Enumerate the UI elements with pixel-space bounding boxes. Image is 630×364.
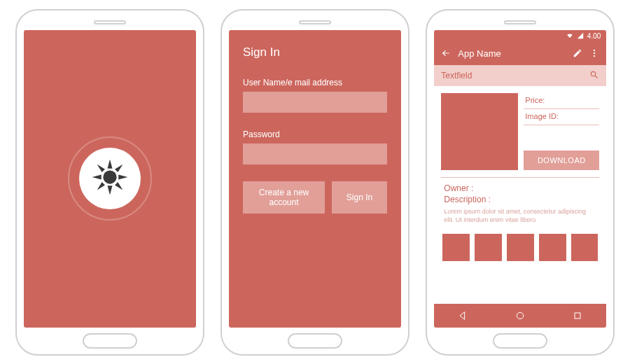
app-bar: App Name — [434, 43, 606, 65]
status-time: 4.00 — [587, 32, 601, 40]
product-image — [441, 93, 518, 170]
username-label: User Name/e mail address — [243, 78, 387, 88]
password-label: Password — [243, 130, 387, 139]
description-label: Description : — [444, 195, 596, 204]
nav-recent-icon[interactable] — [549, 304, 606, 328]
svg-marker-8 — [97, 182, 104, 190]
status-bar: 4.00 — [434, 30, 606, 43]
search-bar — [434, 65, 606, 86]
thumbnail-item[interactable] — [571, 234, 598, 261]
more-icon[interactable] — [589, 48, 599, 59]
nav-home-icon[interactable] — [491, 304, 549, 328]
password-input[interactable] — [243, 144, 387, 164]
phone-speaker — [299, 20, 331, 24]
svg-point-11 — [594, 55, 595, 56]
thumbnail-row — [434, 227, 606, 268]
signin-title: Sign In — [243, 46, 387, 59]
splash-ring — [68, 136, 152, 220]
description-text: Lorem ipsum dolor sit amet, consectetur … — [444, 207, 596, 224]
bottom-nav — [434, 304, 606, 328]
svg-rect-13 — [575, 313, 580, 318]
edit-icon[interactable] — [573, 48, 582, 59]
search-input[interactable] — [441, 71, 589, 80]
phone-home-button[interactable] — [83, 333, 137, 349]
username-input[interactable] — [243, 92, 387, 113]
svg-marker-5 — [97, 164, 104, 172]
sun-icon — [90, 158, 130, 200]
wifi-icon — [566, 32, 573, 41]
signin-button-row: Create a new account Sign In — [243, 181, 387, 214]
phone-home-button[interactable] — [288, 333, 342, 349]
detail-screen: 4.00 App Name Price: Image ID: — [434, 30, 606, 328]
svg-marker-7 — [115, 164, 122, 172]
svg-marker-1 — [107, 160, 112, 169]
detail-main-row: Price: Image ID: DOWNLOAD — [434, 86, 606, 177]
appbar-title: App Name — [458, 48, 566, 59]
svg-point-10 — [594, 52, 595, 53]
back-arrow-icon[interactable] — [441, 48, 451, 59]
svg-point-0 — [103, 170, 116, 183]
signin-button[interactable]: Sign In — [332, 181, 387, 214]
price-label: Price: — [524, 93, 599, 109]
svg-marker-2 — [107, 186, 112, 195]
create-account-button[interactable]: Create a new account — [243, 181, 325, 214]
thumbnail-item[interactable] — [507, 234, 534, 261]
nav-back-icon[interactable] — [434, 304, 491, 328]
signal-icon — [577, 32, 584, 41]
thumbnail-item[interactable] — [442, 234, 470, 261]
phone-frame-splash — [15, 9, 204, 356]
product-meta: Price: Image ID: DOWNLOAD — [524, 93, 599, 170]
signin-screen: Sign In User Name/e mail address Passwor… — [229, 30, 401, 328]
phone-speaker — [94, 20, 126, 24]
search-icon[interactable] — [589, 70, 599, 81]
splash-screen — [24, 30, 196, 328]
info-section: Owner : Description : Lorem ipsum dolor … — [434, 178, 606, 227]
svg-marker-3 — [92, 175, 101, 180]
owner-label: Owner : — [444, 183, 596, 193]
thumbnail-item[interactable] — [475, 234, 502, 261]
splash-logo-circle — [79, 148, 141, 209]
image-id-label: Image ID: — [524, 109, 599, 125]
svg-point-9 — [594, 49, 595, 50]
download-button[interactable]: DOWNLOAD — [524, 150, 599, 170]
svg-marker-4 — [118, 175, 127, 180]
svg-marker-6 — [115, 182, 122, 190]
phone-frame-detail: 4.00 App Name Price: Image ID: — [426, 9, 615, 356]
phone-frame-signin: Sign In User Name/e mail address Passwor… — [220, 9, 410, 356]
phone-home-button[interactable] — [493, 333, 547, 349]
phone-speaker — [504, 20, 536, 24]
svg-point-12 — [517, 312, 524, 318]
thumbnail-item[interactable] — [539, 234, 566, 261]
